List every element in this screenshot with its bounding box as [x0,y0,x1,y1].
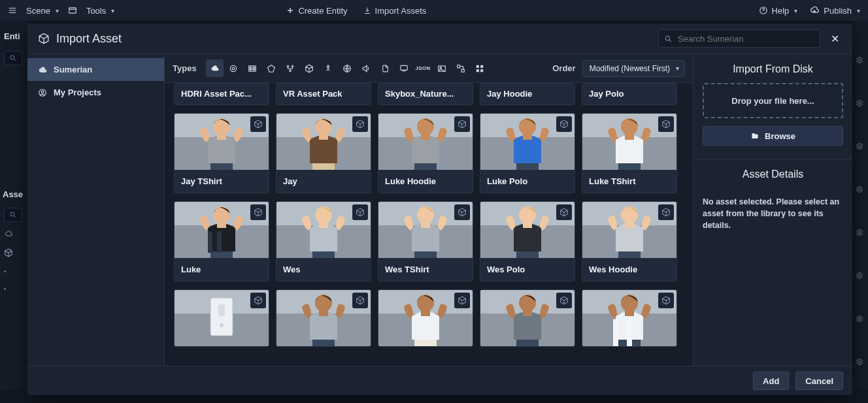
svg-point-6 [859,146,861,148]
svg-point-5 [859,103,861,105]
svg-rect-24 [401,65,408,70]
svg-point-65 [220,323,224,327]
svg-rect-64 [218,304,225,316]
asset-card[interactable]: Luke Polo [480,113,575,193]
asset-thumbnail [582,290,676,346]
types-label: Types [173,63,197,73]
cube-icon [352,293,368,308]
svg-point-41 [417,118,434,135]
type-clip-icon[interactable] [244,59,261,77]
svg-point-15 [230,65,236,71]
asset-card[interactable]: Wes TShirt [378,201,473,282]
asset-card[interactable]: VR Asset Pack [276,83,371,105]
svg-point-56 [417,206,434,223]
type-cloud-icon[interactable] [206,59,224,77]
asset-card[interactable]: Jay [276,113,371,193]
asset-label: Jay Polo [582,84,676,104]
cloud-icon [4,230,13,238]
tools-menu[interactable]: Tools [86,6,114,16]
cube-icon [250,204,266,220]
publish-menu[interactable]: Publish [809,6,860,16]
asset-card[interactable]: Luke Hoodie [378,113,473,193]
type-globe-icon[interactable] [339,59,356,77]
asset-card[interactable] [174,289,269,347]
dropzone[interactable]: Drop your file here... [703,83,843,118]
type-speech-icon[interactable] [395,59,413,77]
modal-header: Import Asset ✕ [27,24,852,54]
svg-point-19 [287,65,288,67]
svg-point-9 [859,275,861,277]
gear-icon [855,315,864,323]
help-menu[interactable]: Help [759,6,798,16]
assets-search[interactable] [4,208,22,222]
svg-rect-63 [210,298,233,336]
modal-footer: Add Cancel [27,366,852,395]
cube-icon [352,116,368,132]
asset-card[interactable]: Wes Polo [480,201,575,282]
type-mesh-icon[interactable] [263,59,280,77]
asset-label: Wes [276,258,371,281]
asset-card[interactable] [582,289,677,347]
svg-point-62 [621,206,638,223]
asset-card[interactable] [276,289,371,347]
type-cube-icon[interactable] [301,59,318,77]
type-material-icon[interactable] [225,59,242,77]
asset-grid-scroll[interactable]: HDRI Asset Pac...VR Asset PackSkybox_Nat… [165,83,693,366]
bg-asset-filter-icons: • • [4,230,13,293]
order-select[interactable]: Modified (Newest First) [582,60,685,77]
asset-thumbnail [175,202,269,258]
svg-point-22 [327,65,329,66]
svg-point-7 [859,189,861,191]
type-behavior-icon[interactable] [282,59,299,77]
type-skeleton-icon[interactable] [320,59,337,77]
add-button[interactable]: Add [753,372,789,390]
asset-card[interactable]: Skybox_Nature... [378,83,473,105]
scene-menu[interactable]: Scene [26,6,59,16]
type-json-icon[interactable]: JSON [414,59,432,77]
asset-card[interactable]: HDRI Asset Pac... [174,83,269,105]
asset-card[interactable]: Wes Hoodie [582,201,677,282]
cancel-button[interactable]: Cancel [795,372,843,390]
asset-card[interactable]: Jay TShirt [174,113,269,193]
asset-card[interactable]: Luke [174,201,269,282]
asset-thumbnail [378,290,473,346]
browse-button[interactable]: Browse [703,126,843,146]
nav-item-my-projects[interactable]: My Projects [27,81,164,104]
modal-search[interactable] [658,29,820,48]
nav-item-label: Sumerian [54,65,92,74]
asset-label: Wes Polo [480,258,575,281]
cube-icon [556,293,572,308]
asset-card[interactable]: Jay Polo [582,83,677,105]
svg-point-47 [621,118,638,135]
order-value: Modified (Newest First) [590,64,670,73]
folder-icon [750,132,760,140]
type-grid-icon[interactable] [471,59,489,77]
close-button[interactable]: ✕ [828,30,842,48]
search-input[interactable] [678,34,814,44]
asset-card[interactable]: Wes [276,201,371,282]
asset-toolbar: Types JSON [165,54,693,83]
type-sound-icon[interactable] [358,59,375,77]
asset-label: Jay Hoodie [480,84,575,104]
menu-icon[interactable] [8,6,17,15]
import-assets-button[interactable]: Import Assets [363,6,427,16]
bullet-icon: • [4,268,13,275]
create-entity-label: Create Entity [298,6,347,16]
cube-icon [658,116,674,132]
create-entity-button[interactable]: Create Entity [286,6,347,16]
type-script-icon[interactable] [376,59,394,77]
type-texture-icon[interactable] [433,59,451,77]
modal-nav: Sumerian My Projects [27,54,165,366]
window-icon [68,6,77,15]
asset-card[interactable]: Luke TShirt [582,113,677,193]
svg-point-2 [10,56,14,59]
entities-search[interactable] [4,51,22,65]
asset-card[interactable] [378,289,473,347]
asset-card[interactable] [480,289,575,347]
nav-item-sumerian[interactable]: Sumerian [27,58,164,81]
type-statemachine-icon[interactable] [452,59,470,77]
cube-icon [556,116,572,132]
svg-point-44 [519,118,536,135]
asset-thumbnail [582,202,676,258]
asset-card[interactable]: Jay Hoodie [480,83,575,105]
